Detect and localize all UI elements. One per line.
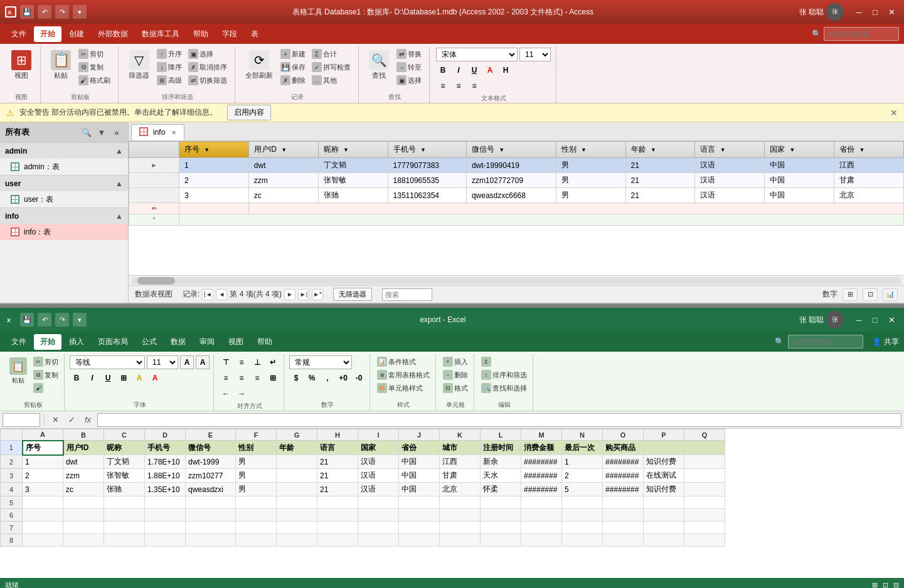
- menu-file[interactable]: 文件: [5, 26, 33, 42]
- excel-cell-empty[interactable]: [63, 534, 104, 547]
- excel-dec-dec-button[interactable]: -0: [352, 371, 366, 385]
- excel-data-cell[interactable]: 2: [23, 469, 63, 483]
- nav-prev-button[interactable]: ◄: [216, 289, 227, 300]
- col-header-B[interactable]: B: [63, 429, 104, 441]
- excel-menu-review[interactable]: 审阅: [193, 334, 221, 350]
- more-button[interactable]: ▾: [73, 5, 87, 19]
- excel-font-size-dropdown[interactable]: 11: [147, 355, 178, 369]
- excel-top-align-button[interactable]: ⊤: [219, 355, 233, 369]
- excel-cell-empty[interactable]: [399, 496, 440, 509]
- excel-cell-empty[interactable]: [481, 509, 521, 522]
- excel-header-cell[interactable]: 性别: [236, 441, 277, 455]
- clear-sort-button[interactable]: ✗取消排序: [186, 61, 230, 73]
- excel-cell-empty[interactable]: [684, 509, 725, 522]
- excel-data-cell[interactable]: ########: [603, 455, 644, 469]
- excel-indent-dec-button[interactable]: ←: [219, 387, 233, 401]
- align-right-button[interactable]: ≡: [467, 79, 481, 93]
- nav-last-button[interactable]: ►|: [298, 289, 309, 300]
- excel-data-cell[interactable]: ########: [603, 483, 644, 496]
- excel-cell-empty[interactable]: [440, 534, 481, 547]
- excel-cell-empty[interactable]: [145, 534, 186, 547]
- excel-wrap-button[interactable]: ↵: [266, 355, 280, 369]
- font-dropdown[interactable]: 宋体: [436, 48, 518, 61]
- enable-content-button[interactable]: 启用内容: [227, 105, 271, 120]
- excel-menu-formula[interactable]: 公式: [136, 334, 163, 350]
- excel-cell-empty[interactable]: [145, 509, 186, 522]
- excel-cell-empty[interactable]: [145, 496, 186, 509]
- excel-data-cell[interactable]: 3: [23, 483, 63, 496]
- excel-data-cell[interactable]: 1.35E+10: [145, 483, 186, 496]
- excel-center-align-button[interactable]: ≡: [235, 371, 248, 385]
- excel-cell-empty[interactable]: [684, 455, 725, 469]
- excel-increase-font-button[interactable]: A: [180, 355, 194, 369]
- excel-cell-empty[interactable]: [63, 509, 104, 522]
- excel-cut-button[interactable]: ✂剪切: [31, 355, 60, 368]
- excel-cell-empty[interactable]: [186, 522, 236, 534]
- excel-data-cell[interactable]: 新余: [481, 455, 521, 469]
- horizontal-scrollbar[interactable]: [131, 277, 901, 285]
- sort-desc-button[interactable]: ↓降序: [154, 61, 184, 73]
- th-province[interactable]: 省份 ▼: [834, 142, 904, 158]
- excel-data-cell[interactable]: [277, 455, 317, 469]
- table-format-button[interactable]: ⊞套用表格格式: [375, 369, 432, 381]
- excel-more-button[interactable]: ▾: [73, 313, 87, 327]
- col-header-K[interactable]: K: [440, 429, 481, 441]
- more-records-button[interactable]: …其他: [309, 74, 353, 87]
- confirm-formula-icon[interactable]: ✓: [65, 413, 78, 427]
- paste-button[interactable]: 📋 粘贴: [47, 48, 75, 82]
- th-userid[interactable]: 用户ID ▼: [248, 142, 318, 158]
- bold-button[interactable]: B: [436, 63, 450, 77]
- excel-data-cell[interactable]: 男: [236, 469, 277, 483]
- excel-cell-empty[interactable]: [317, 509, 358, 522]
- excel-cell-empty[interactable]: [644, 534, 684, 547]
- excel-data-cell[interactable]: 知识付费: [644, 455, 684, 469]
- excel-data-cell[interactable]: ########: [521, 469, 562, 483]
- excel-font-color-button[interactable]: A: [148, 371, 162, 385]
- excel-data-cell[interactable]: 中国: [399, 469, 440, 483]
- excel-cell-empty[interactable]: [440, 509, 481, 522]
- search-input[interactable]: [824, 27, 899, 41]
- excel-format-painter-button[interactable]: 🖌: [31, 382, 60, 394]
- excel-cell-empty[interactable]: [236, 522, 277, 534]
- redo-button[interactable]: ↷: [55, 5, 69, 19]
- excel-header-cell[interactable]: 购买商品: [603, 441, 644, 455]
- excel-cell-empty[interactable]: [562, 509, 603, 522]
- excel-cell-empty[interactable]: [440, 496, 481, 509]
- align-center-button[interactable]: ≡: [452, 79, 465, 93]
- col-header-P[interactable]: P: [644, 429, 684, 441]
- sidebar-section-admin-header[interactable]: admin ▲: [0, 142, 128, 159]
- excel-menu-pagelayout[interactable]: 页面布局: [92, 334, 134, 350]
- advanced-button[interactable]: ⊞高级: [154, 74, 184, 87]
- excel-cell-empty[interactable]: [644, 509, 684, 522]
- excel-menu-home[interactable]: 开始: [34, 334, 61, 350]
- excel-cell-empty[interactable]: [603, 509, 644, 522]
- excel-data-cell[interactable]: 21: [317, 469, 358, 483]
- th-gender[interactable]: 性别 ▼: [556, 142, 625, 158]
- highlight-button[interactable]: H: [499, 63, 513, 77]
- excel-cell-empty[interactable]: [399, 522, 440, 534]
- excel-cell-empty[interactable]: [358, 534, 399, 547]
- excel-cell-empty[interactable]: [684, 469, 725, 483]
- excel-minimize-button[interactable]: ─: [851, 313, 866, 326]
- tab-close-icon[interactable]: ✕: [171, 129, 176, 136]
- excel-cell-empty[interactable]: [399, 509, 440, 522]
- excel-cell-empty[interactable]: [186, 509, 236, 522]
- excel-view-break-icon[interactable]: ⊟: [893, 581, 899, 589]
- total-button[interactable]: Σ合计: [309, 48, 353, 60]
- row-header-6[interactable]: 6: [1, 509, 23, 522]
- col-header-N[interactable]: N: [562, 429, 603, 441]
- find-select-button[interactable]: ▣选择: [394, 74, 424, 87]
- excel-cell-empty[interactable]: [399, 534, 440, 547]
- excel-cell-empty[interactable]: [236, 534, 277, 547]
- excel-data-cell[interactable]: 天水: [481, 469, 521, 483]
- excel-data-cell[interactable]: 男: [236, 483, 277, 496]
- col-header-G[interactable]: G: [277, 429, 317, 441]
- excel-view-layout-icon[interactable]: ⊡: [883, 581, 888, 589]
- excel-cell-empty[interactable]: [277, 496, 317, 509]
- excel-header-cell[interactable]: 昵称: [104, 441, 145, 455]
- close-button[interactable]: ✕: [884, 6, 899, 18]
- col-header-C[interactable]: C: [104, 429, 145, 441]
- nav-next-button[interactable]: ►: [284, 289, 295, 300]
- excel-data-cell[interactable]: 张驰: [104, 483, 145, 496]
- excel-cell-empty[interactable]: [277, 534, 317, 547]
